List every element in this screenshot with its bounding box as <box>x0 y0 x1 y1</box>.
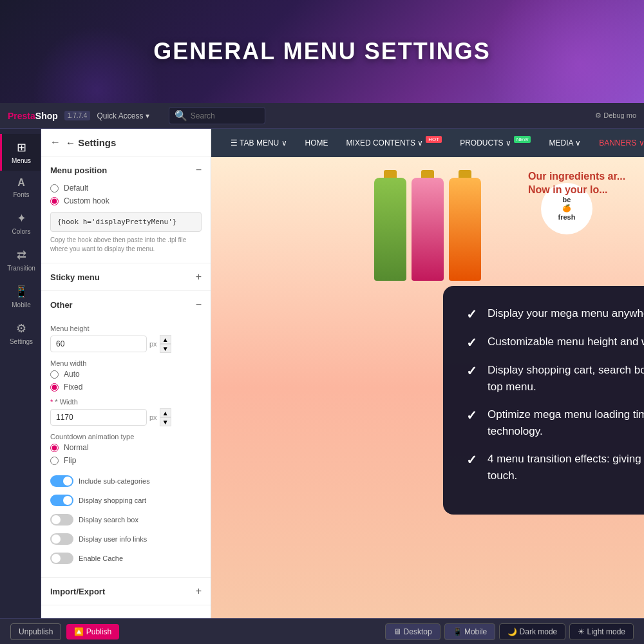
radio-fixed[interactable]: Fixed <box>50 383 202 392</box>
radio-auto[interactable]: Auto <box>50 370 202 379</box>
mobile-button[interactable]: 📱 Mobile <box>444 623 496 640</box>
feature-overlay: ✓ Display your mega menu anywhere using … <box>443 286 644 515</box>
other-section-collapse-icon[interactable]: − <box>196 299 202 310</box>
sidebar-item-label-mobile: Mobile <box>12 301 30 308</box>
nav-item-mixed-contents[interactable]: MIXED CONTENTS ∨ HOT <box>337 129 451 157</box>
import-export-expand-icon[interactable]: + <box>196 585 202 597</box>
toggle-include-sub-label: Include sub-categories <box>79 477 150 485</box>
bottle-pink <box>412 170 444 281</box>
radio-default-input[interactable] <box>50 184 59 193</box>
other-section-header[interactable]: Other − <box>41 291 211 318</box>
feature-text-5: 4 menu transition effects: giving your m… <box>488 451 644 484</box>
radio-custom-hook[interactable]: Custom hook <box>50 196 202 205</box>
radio-normal-input[interactable] <box>50 444 59 452</box>
banner: GENERAL MENU SETTINGS <box>0 0 644 103</box>
sidebar-item-settings[interactable]: ⚙ Settings <box>0 315 41 352</box>
width-input[interactable] <box>50 409 147 426</box>
menu-position-collapse-icon[interactable]: − <box>196 164 202 176</box>
feature-item-1: ✓ Display your mega menu anywhere using … <box>466 305 644 322</box>
quick-access-button[interactable]: Quick Access ▾ <box>97 111 149 120</box>
import-export-section: Import/Export + <box>41 578 211 605</box>
toggle-display-search[interactable] <box>50 514 73 526</box>
search-input[interactable] <box>191 111 260 120</box>
nav-item-home[interactable]: HOME <box>296 129 337 157</box>
menu-position-header[interactable]: Menu position − <box>41 156 211 184</box>
sidebar-item-mobile[interactable]: 📱 Mobile <box>0 278 41 315</box>
toggle-display-cart[interactable] <box>50 495 73 506</box>
toggle-include-sub-row: Include sub-categories <box>50 471 202 491</box>
sidebar-item-fonts[interactable]: A Fonts <box>0 171 41 205</box>
sidebar-item-label-settings: Settings <box>10 338 33 345</box>
nav-item-products[interactable]: PRODUCTS ∨ NEW <box>451 129 540 157</box>
hot-badge: HOT <box>426 136 442 143</box>
bottle-green <box>374 170 406 281</box>
menu-height-down[interactable]: ▼ <box>160 344 171 353</box>
bottle-cap-pink <box>421 170 434 178</box>
menu-width-radio-group: Auto Fixed <box>50 370 202 392</box>
settings-header: ← ← Settings <box>41 129 211 156</box>
width-up[interactable]: ▲ <box>160 408 171 417</box>
width-row: px ▲ ▼ <box>50 408 202 426</box>
radio-auto-input[interactable] <box>50 370 59 379</box>
menu-position-content: Default Custom hook {hook h='displayPret… <box>41 184 211 263</box>
menu-position-section: Menu position − Default Custom hook <box>41 156 211 263</box>
import-export-header[interactable]: Import/Export + <box>41 578 211 605</box>
radio-custom-hook-input[interactable] <box>50 197 59 205</box>
radio-flip[interactable]: Flip <box>50 456 202 465</box>
fonts-icon: A <box>17 177 25 189</box>
width-label: * * Width <box>50 398 202 406</box>
other-section-title: Other <box>50 300 73 310</box>
prestashop-logo: PrestaShop <box>8 111 58 121</box>
radio-default[interactable]: Default <box>50 184 202 193</box>
menu-height-up[interactable]: ▲ <box>160 335 171 344</box>
nav-item-tab-menu[interactable]: ☰ TAB MENU ∨ <box>222 129 296 157</box>
toggle-include-sub[interactable] <box>50 475 73 487</box>
menus-icon: ⊞ <box>17 140 26 155</box>
bottom-bar: Unpublish 🔼 Publish 🖥 Desktop 📱 Mobile 🌙… <box>0 618 644 644</box>
admin-wrap: PrestaShop 1.7.7.4 Quick Access ▾ 🔍 ⚙ De… <box>0 103 644 644</box>
feature-text-4: Optimize mega menu loading time with sma… <box>488 406 644 439</box>
transition-icon: ⇄ <box>17 248 26 262</box>
radio-flip-input[interactable] <box>50 457 59 465</box>
bottle-cap-orange <box>459 170 471 178</box>
countdown-label: Countdown animation type <box>50 433 202 440</box>
dark-mode-button[interactable]: 🌙 Dark mode <box>499 623 565 640</box>
width-down[interactable]: ▼ <box>160 417 171 426</box>
toggle-display-search-row: Display search box <box>50 510 202 529</box>
radio-normal[interactable]: Normal <box>50 443 202 452</box>
toggle-enable-cache-row: Enable Cache <box>50 549 202 568</box>
sticky-menu-expand-icon[interactable]: + <box>196 271 202 283</box>
unpublish-button[interactable]: Unpublish <box>10 623 61 640</box>
other-section: Other − Menu height px ▲ ▼ <box>41 291 211 578</box>
toggle-display-user-row: Display user info links <box>50 529 202 549</box>
light-mode-button[interactable]: ☀ Light mode <box>569 623 634 640</box>
menu-position-radio-group: Default Custom hook <box>50 184 202 205</box>
sidebar-item-transition[interactable]: ⇄ Transition <box>0 242 41 278</box>
radio-fixed-input[interactable] <box>50 383 59 392</box>
radio-custom-hook-label: Custom hook <box>64 196 109 205</box>
radio-auto-label: Auto <box>64 370 80 379</box>
toggle-display-user-label: Display user info links <box>79 535 147 543</box>
checkmark-4: ✓ <box>466 408 477 423</box>
menu-height-input[interactable] <box>50 336 147 352</box>
bottom-right-controls: 🖥 Desktop 📱 Mobile 🌙 Dark mode ☀ Light m… <box>385 623 634 640</box>
back-button[interactable]: ← <box>50 137 61 148</box>
desktop-button[interactable]: 🖥 Desktop <box>385 623 440 640</box>
sticky-menu-title: Sticky menu <box>50 272 100 282</box>
nav-item-banners[interactable]: BANNERS ∨ <box>590 129 644 157</box>
toggle-display-user[interactable] <box>50 533 73 545</box>
bottle-green-body <box>374 178 406 281</box>
sidebar-item-menus[interactable]: ⊞ Menus <box>0 134 41 171</box>
nav-item-media[interactable]: MEDIA ∨ <box>540 129 590 157</box>
search-icon: 🔍 <box>175 109 187 122</box>
sticky-menu-header[interactable]: Sticky menu + <box>41 263 211 290</box>
sidebar-item-colors[interactable]: ✦ Colors <box>0 205 41 242</box>
toggle-enable-cache[interactable] <box>50 553 73 564</box>
topbar-search-box[interactable]: 🔍 <box>169 107 265 124</box>
left-sidebar: ⊞ Menus A Fonts ✦ Colors ⇄ Transition 📱 … <box>0 129 41 618</box>
new-badge: NEW <box>514 136 531 143</box>
checkmark-5: ✓ <box>466 452 477 468</box>
mobile-icon: 📱 <box>14 285 28 299</box>
colors-icon: ✦ <box>17 211 26 225</box>
publish-button[interactable]: 🔼 Publish <box>66 624 119 639</box>
